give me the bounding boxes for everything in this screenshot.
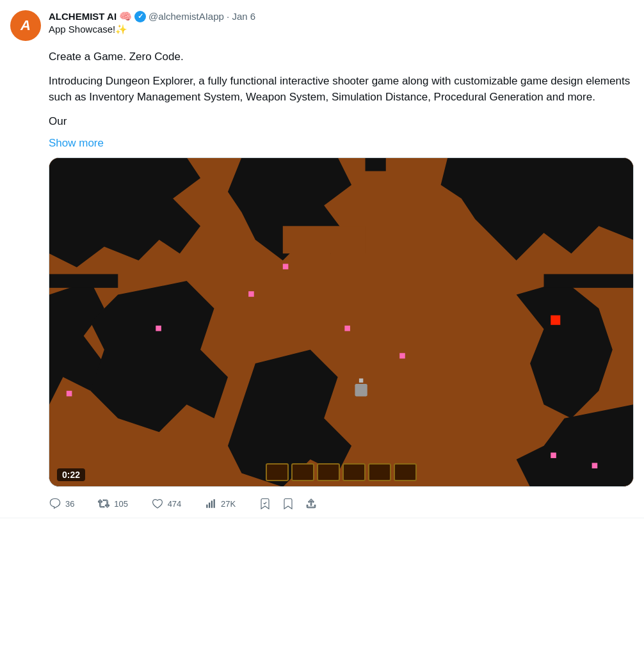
like-action[interactable]: 474 [151, 497, 182, 510]
tweet-line2: Introducing Dungeon Explorer, a fully fu… [49, 73, 634, 106]
svg-rect-17 [399, 353, 405, 359]
svg-rect-22 [355, 384, 367, 396]
game-screen: DUNGEON EXPLORER [49, 158, 633, 486]
bookmark-action[interactable] [259, 497, 271, 510]
verified-check-icon: ✓ [138, 12, 143, 20]
bookmark-icon [259, 497, 271, 510]
avatar-letter: A [20, 17, 31, 34]
our-text: Our [49, 115, 67, 127]
reply-action[interactable]: 36 [49, 497, 74, 510]
views-count: 27K [221, 499, 236, 509]
svg-rect-16 [344, 326, 350, 331]
svg-rect-21 [551, 315, 560, 325]
tweet-container: A ALCHEMIST AI 🧠 ✓ @alchemistAIapp · Jan… [0, 0, 644, 518]
tweet-text: Create a Game. Zero Code. Introducing Du… [49, 49, 634, 129]
svg-marker-1 [49, 158, 200, 267]
views-action[interactable]: 27K [204, 497, 236, 510]
views-icon [204, 497, 217, 510]
svg-rect-27 [214, 499, 215, 508]
svg-rect-13 [156, 326, 161, 331]
display-name: ALCHEMIST AI [49, 11, 117, 22]
svg-rect-19 [551, 452, 556, 458]
svg-rect-24 [206, 505, 207, 508]
svg-rect-10 [283, 226, 366, 253]
svg-rect-18 [67, 391, 72, 397]
tweet-body: Create a Game. Zero Code. Introducing Du… [49, 49, 634, 518]
like-count: 474 [168, 499, 182, 509]
inv-slot-2 [291, 463, 314, 481]
retweet-count: 105 [114, 499, 128, 509]
svg-rect-15 [283, 264, 289, 269]
share-icon [305, 497, 318, 510]
save-icon [282, 497, 294, 510]
handle[interactable]: @alchemistAIapp [149, 11, 224, 22]
svg-rect-14 [248, 291, 254, 297]
svg-rect-12 [544, 274, 633, 287]
inv-slot-4 [342, 463, 366, 481]
inv-slot-5 [368, 463, 391, 481]
inv-slot-1 [266, 463, 289, 481]
verified-badge: ✓ [134, 11, 146, 22]
date: Jan 6 [232, 11, 255, 22]
svg-rect-20 [592, 463, 598, 468]
svg-rect-25 [209, 503, 210, 508]
share-action[interactable] [305, 497, 318, 510]
retweet-action[interactable]: 105 [97, 497, 128, 510]
heart-icon [151, 497, 164, 510]
subtitle: App Showcase!✨ [49, 24, 255, 35]
avatar[interactable]: A [10, 10, 41, 41]
inv-slot-6 [394, 463, 417, 481]
show-more-link[interactable]: Show more [49, 137, 634, 150]
svg-rect-23 [359, 378, 363, 382]
inv-slot-3 [317, 463, 340, 481]
save-action[interactable] [282, 497, 294, 510]
robot-emoji: 🧠 [119, 10, 132, 22]
video-timestamp: 0:22 [57, 468, 85, 481]
tweet-header: A ALCHEMIST AI 🧠 ✓ @alchemistAIapp · Jan… [10, 10, 634, 41]
tweet-line1: Create a Game. Zero Code. [49, 49, 634, 65]
header-text: ALCHEMIST AI 🧠 ✓ @alchemistAIapp · Jan 6… [49, 10, 255, 35]
media-container[interactable]: DUNGEON EXPLORER [49, 157, 634, 487]
dungeon-map [49, 158, 633, 486]
reply-icon [49, 497, 61, 510]
tweet-actions: 36 105 474 [49, 495, 318, 518]
game-inventory [266, 463, 417, 481]
retweet-icon [97, 497, 110, 510]
svg-rect-26 [211, 501, 213, 508]
handle-date: @alchemistAIapp · Jan 6 [149, 11, 255, 22]
right-actions [259, 497, 318, 510]
name-row: ALCHEMIST AI 🧠 ✓ @alchemistAIapp · Jan 6 [49, 10, 255, 22]
svg-rect-9 [366, 158, 386, 171]
svg-rect-11 [49, 274, 118, 287]
svg-marker-5 [90, 281, 228, 432]
tweet-line3: Our [49, 113, 634, 130]
reply-count: 36 [65, 499, 74, 509]
